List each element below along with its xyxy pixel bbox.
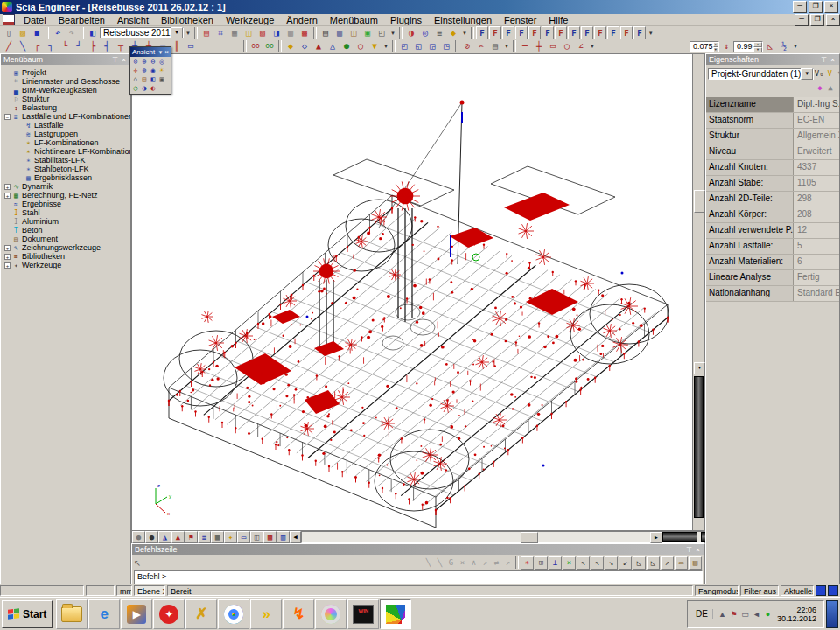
frame-tool-icon[interactable]: └ xyxy=(58,40,72,52)
pin-icon[interactable]: ⊤ xyxy=(819,56,829,64)
snap-mid-icon[interactable]: ↖ xyxy=(591,556,604,570)
start-button[interactable]: Start xyxy=(2,600,52,628)
befehlszeile-header[interactable]: Befehlszeile ⊤ × xyxy=(132,544,704,555)
tree-item-lastfaelle-lf-kombinationen[interactable]: − ≣ Lastfälle und LF-Kombinationen xyxy=(4,112,130,121)
close-icon[interactable]: × xyxy=(694,546,702,554)
open-file-icon[interactable]: ▨ xyxy=(16,27,30,39)
hinge-icon[interactable]: ● xyxy=(340,40,354,52)
connect-icon[interactable]: ◆ xyxy=(284,40,298,52)
loadcase-icon[interactable]: F xyxy=(528,26,541,40)
wireframe-icon[interactable]: ▣ xyxy=(158,75,166,84)
search-icon[interactable]: ◎ xyxy=(418,27,432,39)
mdi-minimize-button[interactable]: ─ xyxy=(794,14,808,26)
beam-tool-icon[interactable]: ╱ xyxy=(2,40,16,52)
post-tool-icon[interactable]: ║ xyxy=(170,40,184,52)
tree-expander-icon[interactable] xyxy=(4,96,10,102)
snap-tangent-icon[interactable]: ◺ xyxy=(633,556,646,570)
combobox-dropdown-icon[interactable]: ▼ xyxy=(801,68,813,80)
support-icon[interactable]: ▲ xyxy=(312,40,326,52)
property-row[interactable]: Anzahl Körper: 208 xyxy=(706,207,839,223)
tree-expander-icon[interactable] xyxy=(17,166,23,172)
node-pair-icon[interactable]: oo xyxy=(262,40,276,52)
loadcase-icon[interactable]: F xyxy=(476,26,488,40)
direction-icon[interactable]: ↗ xyxy=(502,557,514,569)
close-icon[interactable]: × xyxy=(120,56,128,64)
tree-expander-icon[interactable]: + xyxy=(4,254,10,260)
quick-launch-button[interactable]: ↯ xyxy=(283,599,314,629)
select-element-icon[interactable]: ● xyxy=(145,531,158,543)
gallery-icon[interactable]: ▣ xyxy=(360,27,374,39)
tree-expander-icon[interactable]: + xyxy=(4,184,10,190)
node-tool-icon[interactable]: ├ xyxy=(86,40,100,52)
graph-icon[interactable]: ◮ xyxy=(158,531,172,543)
menu-item[interactable]: Datei xyxy=(18,14,52,26)
tree-item-struktur[interactable]: ⚐ Struktur xyxy=(4,94,130,103)
toolbar-overflow-icon[interactable]: ▼ xyxy=(647,31,655,36)
network-icon[interactable]: ● xyxy=(762,610,774,619)
tree-item-dokument[interactable]: ▤ Dokument xyxy=(4,234,130,243)
quick-launch-button[interactable]: WIN xyxy=(347,599,379,629)
tree-item-lf-kombinationen[interactable]: ∗ LF-Kombinationen xyxy=(4,138,130,147)
flag-icon[interactable]: ⚑ xyxy=(185,531,198,543)
loadcase-icon[interactable]: F xyxy=(634,26,646,40)
frame-tool-icon[interactable]: ┌ xyxy=(30,40,44,52)
menu-item[interactable]: Hilfe xyxy=(542,14,574,26)
status-fangmodus[interactable]: Fangmodus xyxy=(695,585,738,596)
line-icon[interactable]: ─ xyxy=(518,40,532,52)
tree-expander-icon[interactable]: + xyxy=(4,262,10,269)
chart-icon[interactable]: ▲ xyxy=(172,531,185,543)
menu-item[interactable]: Bearbeiten xyxy=(52,14,111,26)
tree-item-belastung[interactable]: ↧ Belastung xyxy=(4,103,130,112)
pointer-up-icon[interactable]: ▲ xyxy=(825,81,836,94)
close-icon[interactable]: × xyxy=(164,48,169,56)
property-row[interactable]: Anzahl 2D-Teile: 298 xyxy=(706,192,839,207)
tree-expander-icon[interactable] xyxy=(4,79,10,85)
loadcase-icon[interactable]: F xyxy=(568,26,580,40)
show-hidden-icon[interactable]: ▲ xyxy=(717,610,728,619)
node-tool-icon[interactable]: ┤ xyxy=(100,40,114,52)
project-window-icon[interactable]: ◧ xyxy=(86,27,100,39)
tree-expander-icon[interactable] xyxy=(17,140,23,146)
property-row[interactable]: Anzahl Knoten: 4337 xyxy=(706,160,839,176)
tree-item-bibliotheken[interactable]: + ≡ Bibliotheken xyxy=(4,252,130,261)
show-desktop-button[interactable] xyxy=(826,600,838,628)
snap-extension-icon[interactable]: ↗ xyxy=(661,556,674,570)
swap-icon[interactable]: ⇄ xyxy=(491,557,502,569)
up-icon[interactable]: ∧ xyxy=(468,557,480,569)
tree-item-stabilitaets-lfk[interactable]: ∗ Stabilitäts-LFK xyxy=(4,156,130,164)
close-button[interactable]: × xyxy=(824,1,838,13)
print-icon[interactable]: ▤ xyxy=(318,27,332,39)
tree-expander-icon[interactable]: + xyxy=(4,245,10,251)
tree-expander-icon[interactable] xyxy=(17,158,23,164)
quick-launch-button[interactable]: e xyxy=(88,599,120,629)
doc-icon[interactable]: ◫ xyxy=(250,531,263,543)
restore-button[interactable]: ❐ xyxy=(808,1,822,13)
vscroll-down-icon[interactable]: ▼ xyxy=(694,362,705,374)
tree-expander-icon[interactable] xyxy=(17,131,23,137)
pin-icon[interactable]: ⊤ xyxy=(110,56,120,64)
loadcase-icon[interactable]: F xyxy=(489,26,501,40)
tree-item-projekt[interactable]: ▣ Projekt xyxy=(4,68,130,77)
show-modified-icon[interactable]: V xyxy=(824,67,835,80)
quick-launch-button[interactable]: » xyxy=(250,599,282,629)
export-icon[interactable]: ◰ xyxy=(374,27,388,39)
tree-expander-icon[interactable] xyxy=(4,219,10,225)
tree-item-stahl[interactable]: I Stahl xyxy=(4,208,130,217)
new-file-icon[interactable]: ▯ xyxy=(2,27,16,39)
snap-intersect-icon[interactable]: ↘ xyxy=(605,556,618,570)
menu-item[interactable]: Menübaum xyxy=(324,14,384,26)
menu-item[interactable]: Ansicht xyxy=(111,14,155,26)
tree-expander-icon[interactable] xyxy=(4,70,10,76)
tree-expander-icon[interactable] xyxy=(4,201,10,207)
property-row[interactable]: Nationalanhang Standard EN xyxy=(706,286,839,302)
snap-near-icon[interactable]: ↙ xyxy=(619,556,632,570)
active-layer-icon[interactable] xyxy=(828,585,838,596)
grid-icon[interactable]: ▦ xyxy=(211,531,224,543)
clock[interactable]: 22:06 30.12.2012 xyxy=(774,606,820,623)
ansicht-toolbar[interactable]: Ansicht ▼ × ⊙⊕⊖◎✛⊚◉☀⌂▤◧▣◔◑◐ xyxy=(130,46,172,94)
status-unit[interactable]: mm xyxy=(116,585,132,596)
tree-expander-icon[interactable]: + xyxy=(4,192,10,199)
property-row[interactable]: Struktur Allgemein XYZ xyxy=(706,129,839,144)
viewport-icon[interactable]: ◲ xyxy=(425,40,439,52)
frame-tool-icon[interactable]: ┐ xyxy=(44,40,58,52)
